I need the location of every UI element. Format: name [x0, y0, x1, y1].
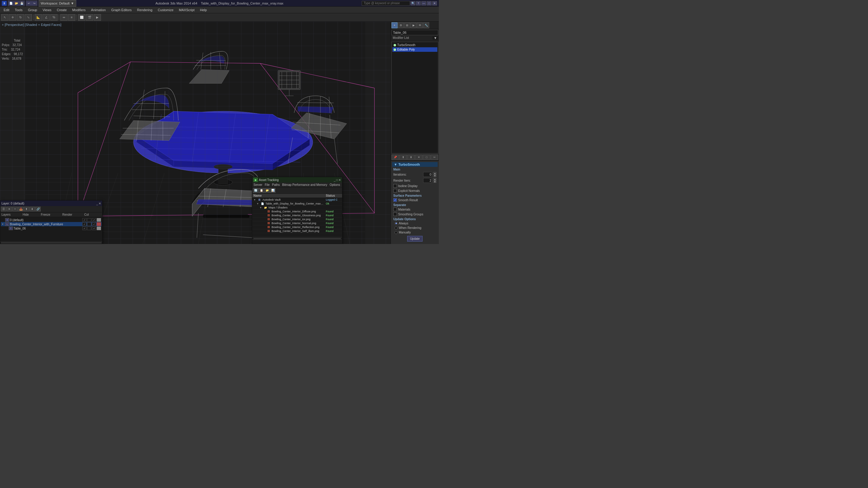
asset-row-ior[interactable]: 🖼 Bowling_Center_Interior_Ior.png Found — [252, 218, 342, 221]
stack-pin[interactable]: 📌 — [392, 155, 399, 160]
redo-btn[interactable]: ↪ — [32, 1, 37, 5]
asset-row-normal[interactable]: 🖼 Bowling_Center_Interior_Normal.png Fou… — [252, 221, 342, 225]
layers-scrollbar[interactable] — [0, 241, 102, 244]
panel-tab-motion[interactable]: ▶ — [410, 22, 416, 28]
materials-checkbox[interactable] — [393, 207, 397, 211]
iterations-spinner[interactable]: ▲ ▼ — [433, 172, 436, 177]
asset-tool-folder[interactable]: 📁 — [264, 188, 270, 193]
panel-tab-utilities[interactable]: 🔧 — [423, 22, 429, 28]
menu-customize[interactable]: Customize — [156, 7, 176, 12]
asset-row-vault[interactable]: ▼ 🏛 Autodesk Vault Logged C — [252, 198, 342, 202]
menu-views[interactable]: Views — [40, 7, 54, 12]
layer-freeze-1[interactable] — [87, 222, 91, 226]
asset-close[interactable]: ✕ — [338, 178, 341, 182]
move-tool[interactable]: ✛ — [9, 14, 16, 21]
panel-tab-modify[interactable]: ⚙ — [398, 22, 404, 28]
asset-row-illum[interactable]: 🖼 Bowling_Center_Interior_Self_illum.png… — [252, 229, 342, 233]
menu-maxscript[interactable]: MAXScript — [177, 7, 197, 12]
snap-toggle[interactable]: 📐 — [35, 14, 42, 21]
stack-down[interactable]: ⬇ — [407, 155, 415, 160]
menu-group[interactable]: Group — [26, 7, 40, 12]
asset-tool-copy[interactable]: 📋 — [258, 188, 264, 193]
menu-modifiers[interactable]: Modifiers — [70, 7, 88, 12]
render-setup[interactable]: 🎬 — [86, 14, 93, 21]
new-btn[interactable]: 📄 — [8, 1, 13, 5]
search-input[interactable] — [362, 1, 410, 6]
workspace-dropdown[interactable]: Workspace: Default ▼ — [38, 0, 76, 7]
panel-tab-create[interactable]: ✦ — [392, 22, 398, 28]
open-btn[interactable]: 📂 — [13, 1, 19, 5]
asset-menu-paths[interactable]: Paths — [272, 183, 280, 187]
asset-maximize[interactable]: □ — [336, 178, 338, 182]
iterations-down[interactable]: ▼ — [433, 174, 436, 177]
asset-row-gloss[interactable]: 🖼 Bowling_Center_Interior_Glossiness.png… — [252, 214, 342, 218]
asset-scrollbar[interactable] — [252, 237, 342, 239]
layers-import[interactable]: 📥 — [18, 207, 24, 212]
smoothing-checkbox[interactable] — [393, 213, 397, 216]
layer-vis-1[interactable] — [82, 222, 87, 226]
align-tool[interactable]: ≡ — [68, 14, 75, 21]
layers-up[interactable]: ⬆ — [24, 207, 29, 212]
isoline-checkbox[interactable] — [393, 184, 397, 188]
layer-freeze-0[interactable] — [87, 218, 91, 222]
iterations-value[interactable]: 0 — [423, 172, 432, 177]
layers-link[interactable]: 🔗 — [35, 207, 41, 212]
stack-cut[interactable]: ✂ — [431, 155, 438, 160]
maximize-btn[interactable]: □ — [427, 1, 432, 5]
layer-render-1[interactable] — [92, 222, 96, 226]
layers-down[interactable]: ⬇ — [30, 207, 35, 212]
modifier-editablepoly[interactable]: Editable Poly — [393, 47, 437, 52]
scale-tool[interactable]: ⤡ — [25, 14, 32, 21]
explicit-checkbox[interactable] — [393, 189, 397, 193]
minimize-btn[interactable]: — — [421, 1, 426, 5]
layer-row-default[interactable]: 0 0 (default) — [1, 218, 101, 222]
layer-render-2[interactable] — [92, 227, 96, 230]
menu-edit[interactable]: Edit — [1, 7, 12, 12]
layer-vis-0[interactable] — [82, 218, 87, 222]
layers-tool-0[interactable]: ☰ — [1, 207, 6, 212]
panel-tab-display[interactable]: 👁 — [417, 22, 423, 28]
asset-row-maxfile[interactable]: ▼ 📄 Table_with_Display_for_Bowling_Cente… — [252, 202, 342, 206]
update-button[interactable]: Update — [407, 236, 422, 241]
manually-radio[interactable] — [395, 231, 398, 234]
layer-vis-2[interactable] — [82, 227, 87, 230]
modifier-dropdown-arrow[interactable]: ▼ — [433, 36, 438, 40]
help-search-btn[interactable]: ? — [416, 1, 421, 5]
layers-add[interactable]: + — [12, 207, 18, 212]
modifier-turbosmooth[interactable]: TurboSmooth — [393, 43, 437, 47]
asset-row-diffuse[interactable]: 🖼 Bowling_Center_Interior_Diffuse.png Fo… — [252, 210, 342, 214]
mirror-tool[interactable]: ⇔ — [60, 14, 67, 21]
search-btn[interactable]: 🔍 — [410, 1, 415, 5]
always-radio[interactable] — [395, 222, 398, 225]
render-iters-up[interactable]: ▲ — [433, 178, 436, 181]
select-tool[interactable]: ↖ — [1, 14, 8, 21]
when-rendering-radio[interactable] — [395, 227, 398, 230]
percent-snap[interactable]: % — [50, 14, 58, 21]
render-iters-value[interactable]: 2 — [423, 178, 432, 183]
asset-menu-server[interactable]: Server — [253, 183, 262, 187]
asset-minimize[interactable]: _ — [334, 178, 336, 182]
turbosmooth-header[interactable]: ▼ TurboSmooth — [392, 162, 438, 167]
menu-animation[interactable]: Animation — [89, 7, 108, 12]
menu-create[interactable]: Create — [54, 7, 69, 12]
close-btn[interactable]: ✕ — [432, 1, 437, 5]
smooth-checkbox[interactable] — [393, 198, 397, 202]
asset-row-maps[interactable]: ▼ 📁 Maps / Shaders — [252, 206, 342, 210]
layer-freeze-2[interactable] — [87, 227, 91, 230]
layer-row-bowling[interactable]: ▼ L Bowling_Center_Interior_with_Furnitu… — [1, 222, 101, 226]
layers-minimize[interactable]: _ — [96, 202, 98, 205]
asset-tool-refresh[interactable]: 🔄 — [253, 188, 258, 193]
menu-tools[interactable]: Tools — [12, 7, 25, 12]
asset-tool-chart[interactable]: 📊 — [270, 188, 276, 193]
layers-close[interactable]: ✕ — [98, 202, 101, 205]
stack-remove[interactable]: ✕ — [415, 155, 423, 160]
render-iters-down[interactable]: ▼ — [433, 181, 436, 183]
rotate-tool[interactable]: ↻ — [17, 14, 24, 21]
layer-row-table[interactable]: T Table_06 — [1, 226, 101, 230]
menu-help[interactable]: Help — [198, 7, 210, 12]
angle-snap[interactable]: ∠ — [42, 14, 50, 21]
material-editor[interactable]: ⬜ — [78, 14, 85, 21]
asset-menu-file[interactable]: File — [265, 183, 270, 187]
save-btn[interactable]: 💾 — [19, 1, 24, 5]
asset-menu-options[interactable]: Options — [330, 183, 340, 187]
